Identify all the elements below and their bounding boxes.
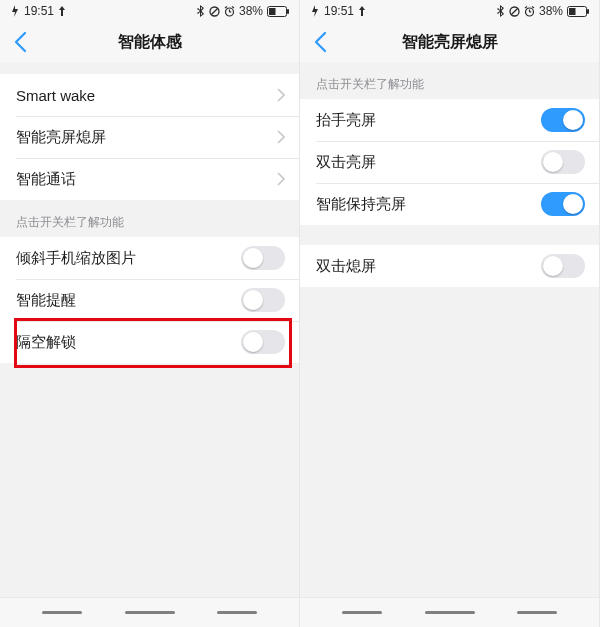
svg-rect-19: [569, 8, 576, 15]
battery-icon: [567, 6, 589, 17]
svg-line-11: [511, 8, 518, 15]
row-tilt-zoom[interactable]: 倾斜手机缩放图片: [0, 237, 299, 279]
chevron-right-icon: [277, 130, 285, 144]
row-double-tap-off[interactable]: 双击熄屏: [300, 245, 599, 287]
nav-back-key[interactable]: [342, 611, 382, 614]
charging-icon: [310, 5, 320, 17]
toggle-double-tap-wake[interactable]: [541, 150, 585, 174]
dnd-icon: [209, 6, 220, 17]
section-title: 点击开关栏了解功能: [300, 62, 599, 99]
row-label: 双击熄屏: [316, 257, 541, 276]
charging-icon: [10, 5, 20, 17]
bluetooth-icon: [197, 5, 205, 17]
screen-right: 19:51 38% 智能亮屏熄屏 点击开关栏了解功: [300, 0, 600, 627]
row-smart-wake[interactable]: Smart wake: [0, 74, 299, 116]
alarm-icon: [524, 6, 535, 17]
row-label: 隔空解锁: [16, 333, 241, 352]
nav-home-key[interactable]: [425, 611, 475, 614]
screen-left: 19:51 38% 智能体感: [0, 0, 300, 627]
nav-recent-key[interactable]: [217, 611, 257, 614]
bluetooth-icon: [497, 5, 505, 17]
nav-home-key[interactable]: [125, 611, 175, 614]
svg-line-16: [532, 6, 534, 8]
svg-line-15: [525, 6, 527, 8]
alarm-icon: [224, 6, 235, 17]
navbar: [0, 597, 299, 627]
back-button[interactable]: [300, 22, 340, 62]
back-button[interactable]: [0, 22, 40, 62]
toggle-raise-to-wake[interactable]: [541, 108, 585, 132]
svg-rect-8: [287, 9, 289, 14]
row-label: 智能保持亮屏: [316, 195, 541, 214]
row-smart-screen[interactable]: 智能亮屏熄屏: [0, 116, 299, 158]
row-smart-call[interactable]: 智能通话: [0, 158, 299, 200]
upload-icon: [358, 6, 366, 16]
dnd-icon: [509, 6, 520, 17]
status-time: 19:51: [324, 4, 354, 18]
toggle-air-unlock[interactable]: [241, 330, 285, 354]
status-time: 19:51: [24, 4, 54, 18]
chevron-left-icon: [313, 31, 327, 53]
nav-recent-key[interactable]: [517, 611, 557, 614]
row-label: 抬手亮屏: [316, 111, 541, 130]
row-smart-keep-on[interactable]: 智能保持亮屏: [300, 183, 599, 225]
row-air-unlock[interactable]: 隔空解锁: [0, 321, 299, 363]
section-title: 点击开关栏了解功能: [0, 200, 299, 237]
header: 智能体感: [0, 22, 299, 62]
svg-line-6: [232, 6, 234, 8]
battery-icon: [267, 6, 289, 17]
content: 点击开关栏了解功能 抬手亮屏 双击亮屏 智能保持亮屏 双击熄屏: [300, 62, 599, 597]
nav-back-key[interactable]: [42, 611, 82, 614]
chevron-left-icon: [13, 31, 27, 53]
status-bar: 19:51 38%: [0, 0, 299, 22]
row-smart-remind[interactable]: 智能提醒: [0, 279, 299, 321]
chevron-right-icon: [277, 88, 285, 102]
toggle-double-tap-off[interactable]: [541, 254, 585, 278]
page-title: 智能体感: [118, 32, 182, 53]
row-label: 智能亮屏熄屏: [16, 128, 277, 147]
row-raise-to-wake[interactable]: 抬手亮屏: [300, 99, 599, 141]
row-label: 智能通话: [16, 170, 277, 189]
chevron-right-icon: [277, 172, 285, 186]
toggle-tilt-zoom[interactable]: [241, 246, 285, 270]
content: Smart wake 智能亮屏熄屏 智能通话 点击开关栏了解功能 倾斜手机缩放图…: [0, 62, 299, 597]
page-title: 智能亮屏熄屏: [402, 32, 498, 53]
navbar: [300, 597, 599, 627]
row-label: Smart wake: [16, 87, 277, 104]
header: 智能亮屏熄屏: [300, 22, 599, 62]
battery-percent: 38%: [239, 4, 263, 18]
toggle-smart-keep-on[interactable]: [541, 192, 585, 216]
row-double-tap-wake[interactable]: 双击亮屏: [300, 141, 599, 183]
row-label: 倾斜手机缩放图片: [16, 249, 241, 268]
upload-icon: [58, 6, 66, 16]
svg-rect-9: [269, 8, 276, 15]
row-label: 智能提醒: [16, 291, 241, 310]
row-label: 双击亮屏: [316, 153, 541, 172]
svg-rect-18: [587, 9, 589, 14]
toggle-smart-remind[interactable]: [241, 288, 285, 312]
svg-line-5: [225, 6, 227, 8]
svg-line-1: [211, 8, 218, 15]
status-bar: 19:51 38%: [300, 0, 599, 22]
battery-percent: 38%: [539, 4, 563, 18]
